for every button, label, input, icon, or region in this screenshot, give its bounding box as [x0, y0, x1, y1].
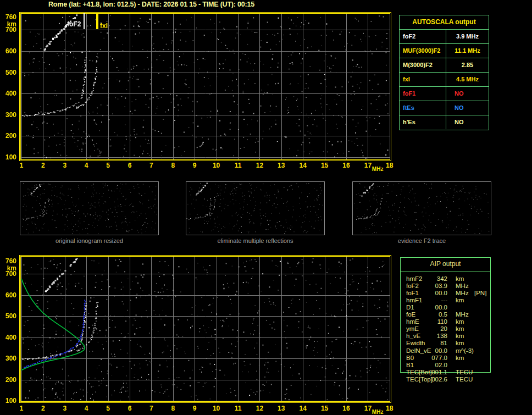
top-ionogram-plot: foF2 fxI	[19, 12, 391, 161]
autoscala-row-label: ftEs	[400, 101, 446, 115]
aip-row-value: ---	[419, 297, 447, 304]
x-axis-tick: 16	[342, 162, 350, 169]
km-unit-label: km	[0, 20, 16, 28]
x-axis-tick: 12	[256, 162, 263, 169]
aip-row: foF203.9MHz	[401, 283, 491, 290]
autoscala-row: ftEsNO	[400, 101, 489, 115]
thumbnail-caption: original ionogram resized	[20, 237, 159, 244]
top-plot-canvas	[19, 12, 391, 161]
mhz-unit-label: MHz	[372, 165, 384, 173]
aip-row-value: 02.0	[419, 362, 447, 369]
aip-row-value: 342	[419, 275, 447, 283]
x-axis-tick: 12	[256, 405, 263, 412]
autoscala-row: foF1NO	[400, 87, 489, 101]
fxi-marker-label: fxI	[100, 22, 108, 30]
aip-row-unit: MHz	[456, 290, 469, 297]
x-axis-tick: 7	[149, 162, 153, 169]
thumbnail-canvas	[353, 182, 491, 235]
autoscala-row-value: NO	[446, 87, 489, 101]
aip-row: ymE20km	[401, 325, 491, 333]
autoscala-header: AUTOSCALA output	[400, 15, 489, 30]
aip-row: Ewidth81km	[401, 340, 491, 347]
x-axis-tick: 3	[63, 405, 66, 412]
x-axis-tick: 6	[128, 162, 132, 169]
autoscala-row: MUF(3000)F211.1 MHz	[400, 44, 489, 58]
aip-row-value: 00.0	[419, 290, 447, 297]
x-axis-tick: 15	[321, 162, 328, 169]
aip-row-value: 00.0	[419, 347, 447, 355]
autoscala-row: M(3000)F22.85	[400, 58, 489, 73]
autoscala-row-label: foF1	[400, 87, 446, 101]
y-axis-tick: 300	[0, 111, 16, 119]
aip-row-unit: km	[456, 297, 464, 304]
aip-row: B0077.0km	[401, 355, 491, 362]
aip-row-value: 110	[419, 318, 447, 325]
autoscala-row-value: 4.5 MHz	[446, 73, 489, 86]
autoscala-row-value: 3.9 MHz	[446, 30, 489, 43]
x-axis-tick: 7	[149, 405, 153, 412]
x-axis-tick: 4	[85, 162, 88, 169]
y-axis-tick: 500	[0, 69, 16, 76]
x-axis-tick: 1	[20, 162, 24, 169]
aip-row-label: B1	[406, 362, 414, 369]
fof2-marker-label: foF2	[67, 20, 81, 28]
autoscala-row-label: h'Es	[400, 115, 446, 129]
aip-row-unit: TECU	[456, 376, 473, 383]
aip-header: AIP output	[401, 260, 490, 268]
thumbnail-eliminate	[186, 181, 325, 235]
aip-row-value: 03.9	[419, 283, 447, 290]
x-axis-tick: 9	[193, 405, 197, 412]
y-axis-tick: 500	[0, 312, 16, 320]
y-axis-tick: 200	[0, 376, 16, 384]
aip-row-unit: km	[456, 318, 464, 325]
aip-row-unit: m^(-3)	[456, 347, 474, 355]
x-axis-tick: 13	[278, 405, 285, 412]
autoscala-row-value: 11.1 MHz	[446, 44, 489, 58]
y-axis-tick: 760	[0, 13, 16, 21]
y-axis-tick: 400	[0, 334, 16, 341]
aip-row: hmF1---km	[401, 297, 491, 304]
thumbnail-caption: eliminate multiple reflections	[186, 237, 325, 244]
y-axis-tick: 300	[0, 355, 16, 362]
autoscala-rows: foF23.9 MHzMUF(3000)F211.1 MHzM(3000)F22…	[400, 30, 489, 129]
km-unit-label: km	[0, 264, 16, 272]
page-title: Rome (lat: +41.8, lon: 012.5) - DATE: 20…	[48, 1, 254, 8]
x-axis-tick: 16	[342, 405, 350, 412]
autoscala-panel: AUTOSCALA output foF23.9 MHzMUF(3000)F21…	[399, 15, 489, 130]
aip-row-extra: [PN]	[474, 290, 486, 297]
y-axis-tick: 600	[0, 47, 16, 55]
aip-row: hmF2342km	[401, 275, 491, 283]
autoscala-row: h'EsNO	[400, 115, 489, 129]
aip-row: B102.0	[401, 362, 491, 369]
x-axis-tick: 10	[213, 162, 220, 169]
autoscala-row: fxI4.5 MHz	[400, 73, 489, 87]
autoscala-row-label: MUF(3000)F2	[400, 44, 446, 58]
x-axis-tick: 9	[193, 162, 197, 169]
bottom-plot-canvas	[19, 255, 391, 403]
aip-row-label: hmE	[406, 318, 419, 325]
x-axis-tick: 2	[41, 405, 45, 412]
y-axis-tick: 600	[0, 291, 16, 299]
aip-row: TEC[Bot]001.1TECU	[401, 369, 491, 376]
aip-row-value: 00.0	[419, 304, 447, 311]
x-axis-tick: 18	[386, 405, 393, 412]
aip-row: TEC[Top]002.6TECU	[401, 376, 491, 383]
aip-row-label: foF2	[406, 283, 419, 290]
aip-row-unit: MHz	[456, 283, 469, 290]
x-axis-tick: 11	[235, 405, 242, 412]
thumbnail-canvas	[186, 182, 324, 235]
aip-row-label: B0	[406, 355, 414, 362]
aip-row-label: D1	[406, 304, 414, 311]
thumbnail-caption: evidence F2 trace	[352, 237, 491, 244]
x-axis-tick: 4	[85, 405, 88, 412]
aip-row: h_vE138km	[401, 333, 491, 340]
x-axis-tick: 5	[106, 405, 110, 412]
thumbnail-evidence	[352, 181, 491, 235]
aip-row-unit: MHz	[456, 311, 469, 318]
aip-row-unit: km	[456, 325, 464, 333]
aip-row-value: 0.5	[419, 311, 447, 318]
aip-row-unit: TECU	[456, 369, 473, 376]
thumbnail-canvas	[20, 182, 158, 235]
aip-header-divider	[401, 272, 490, 272]
x-axis-tick: 8	[171, 162, 175, 169]
